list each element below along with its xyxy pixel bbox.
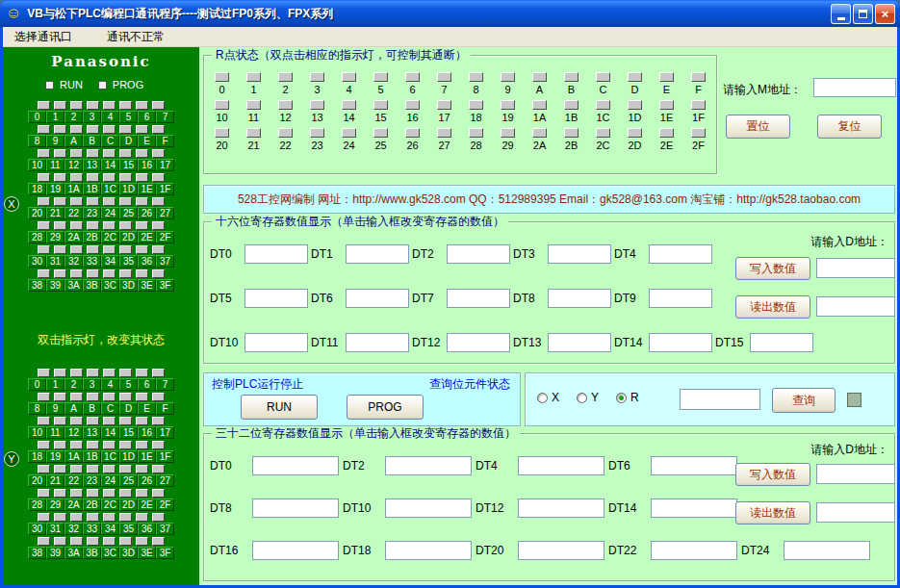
x-lamp[interactable] [38, 173, 50, 182]
register-input-dt5[interactable] [244, 289, 308, 308]
register-input-dt6[interactable] [651, 456, 737, 475]
x-lamp[interactable] [54, 245, 66, 254]
plc-run-button[interactable]: RUN [241, 395, 318, 420]
x-lamp[interactable] [54, 269, 66, 278]
y-lamp[interactable] [136, 513, 148, 522]
register-input-dt4[interactable] [518, 456, 604, 475]
r-lamp[interactable] [342, 128, 356, 138]
x-lamp[interactable] [87, 197, 99, 206]
register-input-dt7[interactable] [447, 289, 510, 308]
x-lamp[interactable] [54, 125, 66, 134]
register-input-dt12[interactable] [518, 499, 604, 518]
y-lamp[interactable] [136, 441, 148, 449]
close-button[interactable]: × [875, 4, 895, 24]
register-input-dt8[interactable] [548, 289, 611, 308]
y-lamp[interactable] [119, 393, 132, 401]
x-lamp[interactable] [152, 245, 165, 254]
y-lamp[interactable] [152, 441, 165, 449]
x-lamp[interactable] [87, 221, 99, 230]
y-lamp[interactable] [38, 513, 50, 522]
y-lamp[interactable] [136, 489, 148, 498]
r-lamp[interactable] [246, 72, 261, 82]
x-lamp[interactable] [119, 149, 132, 158]
y-lamp[interactable] [70, 369, 83, 377]
x-lamp[interactable] [54, 149, 66, 158]
plc-prog-button[interactable]: PROG [347, 395, 424, 420]
x-lamp[interactable] [87, 125, 99, 134]
y-lamp[interactable] [87, 465, 99, 473]
x-lamp[interactable] [54, 221, 66, 230]
y-lamp[interactable] [152, 417, 165, 425]
radio-r-icon[interactable] [616, 393, 627, 403]
x-lamp[interactable] [87, 101, 99, 110]
x-lamp[interactable] [136, 149, 148, 158]
r-lamp[interactable] [373, 128, 388, 138]
x-lamp[interactable] [119, 197, 132, 206]
r-lamp[interactable] [437, 100, 451, 110]
x-lamp[interactable] [70, 101, 83, 110]
r-lamp[interactable] [659, 100, 674, 110]
x-lamp[interactable] [136, 221, 148, 230]
y-lamp[interactable] [70, 537, 83, 546]
y-lamp[interactable] [119, 465, 132, 473]
x-lamp[interactable] [38, 125, 50, 134]
y-lamp[interactable] [70, 513, 83, 522]
r-lamp[interactable] [246, 128, 261, 138]
r-lamp[interactable] [596, 100, 610, 110]
r-lamp[interactable] [278, 128, 293, 138]
x-lamp[interactable] [87, 269, 99, 278]
title-bar[interactable]: ☺ VB与松下PLC编程口通讯程序----测试过FP0系列、FPX系列 × [0, 0, 900, 27]
r-lamp[interactable] [564, 128, 579, 138]
r-lamp[interactable] [659, 72, 674, 82]
radio-option-y[interactable]: Y [577, 391, 599, 404]
register-input-dt12[interactable] [447, 333, 510, 352]
y-lamp[interactable] [87, 441, 99, 449]
x-lamp[interactable] [119, 101, 132, 110]
x-lamp[interactable] [103, 197, 116, 206]
register-input-dt3[interactable] [548, 244, 611, 264]
write-value-input-32[interactable] [816, 464, 895, 484]
x-lamp[interactable] [119, 125, 132, 134]
y-lamp[interactable] [136, 537, 148, 546]
r-lamp[interactable] [405, 72, 420, 82]
y-lamp[interactable] [70, 465, 83, 473]
x-lamp[interactable] [38, 221, 50, 230]
y-lamp[interactable] [87, 513, 99, 522]
r-lamp[interactable] [405, 100, 420, 110]
x-lamp[interactable] [136, 245, 148, 254]
r-lamp[interactable] [342, 72, 356, 82]
x-lamp[interactable] [136, 101, 148, 110]
x-lamp[interactable] [136, 197, 148, 206]
y-lamp[interactable] [152, 537, 165, 546]
x-lamp[interactable] [136, 125, 148, 134]
register-input-dt13[interactable] [548, 333, 611, 352]
x-lamp[interactable] [119, 245, 132, 254]
y-lamp[interactable] [70, 489, 83, 498]
register-input-dt10[interactable] [244, 333, 308, 352]
r-lamp[interactable] [501, 100, 515, 110]
bit-address-input[interactable] [680, 389, 760, 410]
register-input-dt1[interactable] [346, 244, 409, 264]
set-button[interactable]: 置位 [726, 115, 790, 139]
x-lamp[interactable] [54, 173, 66, 182]
x-lamp[interactable] [152, 149, 165, 158]
y-lamp[interactable] [103, 489, 116, 498]
radio-option-r[interactable]: R [616, 391, 639, 404]
x-lamp[interactable] [119, 269, 132, 278]
x-lamp[interactable] [103, 149, 116, 158]
y-lamp[interactable] [87, 393, 99, 401]
r-lamp[interactable] [628, 72, 642, 82]
read-value-input-16[interactable] [816, 296, 895, 317]
r-lamp[interactable] [501, 72, 515, 82]
x-lamp[interactable] [119, 173, 132, 182]
r-lamp[interactable] [310, 128, 324, 138]
x-lamp[interactable] [70, 269, 83, 278]
y-lamp[interactable] [103, 441, 116, 449]
x-lamp[interactable] [136, 173, 148, 182]
x-lamp[interactable] [152, 101, 165, 110]
r-lamp[interactable] [342, 100, 356, 110]
y-lamp[interactable] [119, 537, 132, 546]
y-lamp[interactable] [54, 465, 66, 473]
y-lamp[interactable] [38, 489, 50, 498]
y-lamp[interactable] [38, 417, 50, 425]
